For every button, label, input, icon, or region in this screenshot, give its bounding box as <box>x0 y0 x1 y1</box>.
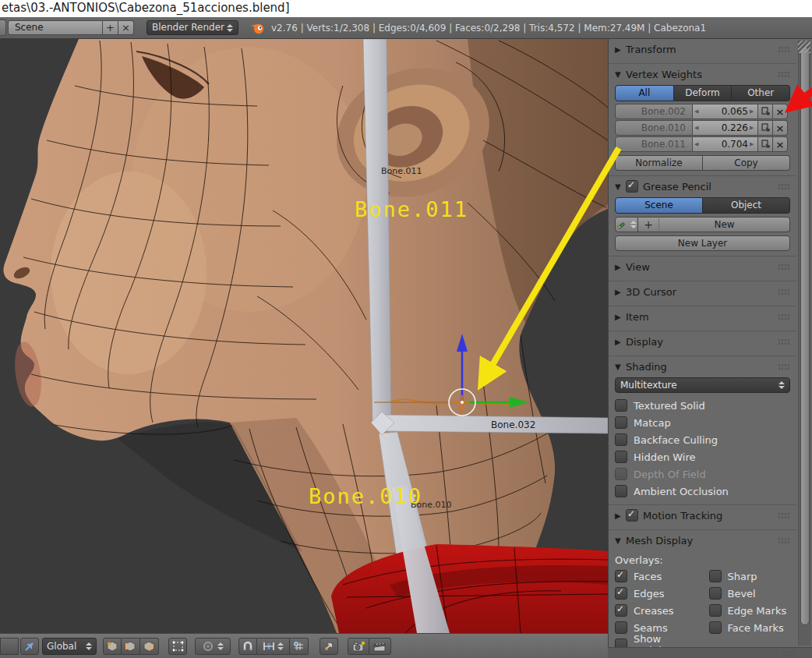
panel-vertex-weights-header[interactable]: ▼ Vertex Weights <box>609 65 796 83</box>
occlude-geometry-icon[interactable] <box>168 638 187 655</box>
snap-peel-grid-icon[interactable] <box>290 638 309 655</box>
checkbox-show-weights[interactable]: Show Weights <box>609 636 703 647</box>
face-select-icon[interactable] <box>140 638 159 655</box>
motion-tracking-checkbox[interactable] <box>626 509 638 522</box>
panel-grip-icon[interactable] <box>778 71 790 78</box>
collapse-arrow-icon[interactable]: ▶ <box>615 263 626 271</box>
panel-grip-icon[interactable] <box>778 46 790 53</box>
copy-weight-icon[interactable] <box>758 120 773 136</box>
scene-selector[interactable]: Scene + × <box>8 20 134 35</box>
manipulate-origins-icon[interactable] <box>320 638 338 655</box>
panel-motion-tracking-header[interactable]: ▶ Motion Tracking <box>609 506 796 525</box>
collapse-arrow-icon[interactable]: ▶ <box>615 288 626 296</box>
shading-mode-dropdown[interactable]: Multitexture <box>615 377 790 393</box>
copy-weight-icon[interactable] <box>758 104 773 119</box>
checkbox-creases[interactable]: Creases <box>609 602 703 619</box>
checkbox-sharp[interactable]: Sharp <box>703 568 797 585</box>
checkbox-faces[interactable]: Faces <box>609 568 703 585</box>
edge-select-icon[interactable] <box>122 638 140 655</box>
panel-grip-icon[interactable] <box>778 313 790 320</box>
collapse-arrow-icon[interactable]: ▶ <box>615 511 626 520</box>
panel-grip-icon[interactable] <box>778 512 790 519</box>
collapse-arrow-icon[interactable]: ▶ <box>615 338 626 346</box>
weight-value-slider[interactable]: ◀ 0.704 ▶ <box>693 136 758 152</box>
viewport-3d[interactable]: Bone.011 Bone.032 Bone.010 Bone.011 Bone… <box>0 39 608 633</box>
panel-item-header[interactable]: ▶ Item <box>609 307 796 326</box>
panel-shading-header[interactable]: ▼ Shading <box>609 357 796 376</box>
panel-transform-header[interactable]: ▶ Transform <box>609 40 796 58</box>
weight-value-slider[interactable]: ◀ 0.065 ▶ <box>693 104 758 119</box>
expand-arrow-icon[interactable]: ▼ <box>615 182 626 191</box>
slider-left-arrow-icon[interactable]: ◀ <box>694 141 701 147</box>
bone-name-button[interactable]: Bone.010 <box>615 120 693 136</box>
checkbox-matcap[interactable]: Matcap <box>609 414 796 431</box>
opengl-render-image-icon[interactable] <box>348 638 369 655</box>
tab-other[interactable]: Other <box>732 85 790 101</box>
render-engine-dropdown[interactable]: Blender Render <box>147 20 238 35</box>
delete-weight-button[interactable]: × <box>773 120 788 136</box>
scene-browse-icon[interactable] <box>0 19 6 36</box>
manipulator-widget-icon[interactable] <box>20 638 39 655</box>
slider-right-arrow-icon[interactable]: ▶ <box>750 125 756 131</box>
checkbox-icon[interactable] <box>615 433 627 446</box>
panel-grip-icon[interactable] <box>782 650 795 657</box>
collapse-arrow-icon[interactable]: ▶ <box>615 313 626 321</box>
panel-3d-cursor-header[interactable]: ▶ 3D Cursor <box>609 282 796 301</box>
panel-grip-icon[interactable] <box>778 288 790 295</box>
tab-object[interactable]: Object <box>703 197 790 214</box>
panel-grip-icon[interactable] <box>778 363 790 370</box>
slider-right-arrow-icon[interactable]: ▶ <box>750 141 756 147</box>
checkbox-icon[interactable] <box>615 621 627 634</box>
checkbox-icon[interactable] <box>709 621 722 634</box>
checkbox-icon[interactable] <box>615 604 627 617</box>
checkbox-face-marks[interactable]: Face Marks <box>703 619 797 636</box>
tab-deform[interactable]: Deform <box>674 85 733 101</box>
slider-left-arrow-icon[interactable]: ◀ <box>694 108 701 115</box>
delete-weight-button[interactable]: × <box>773 104 788 119</box>
editor-type-icon[interactable] <box>0 638 19 655</box>
panel-grease-pencil-header[interactable]: ▼ Grease Pencil <box>609 177 796 196</box>
checkbox-edge-marks[interactable]: Edge Marks <box>703 602 797 619</box>
panel-display-header[interactable]: ▶ Display <box>609 332 796 351</box>
checkbox-icon[interactable] <box>615 639 627 647</box>
panel-grip-icon[interactable] <box>778 183 790 190</box>
tab-scene[interactable]: Scene <box>615 197 703 214</box>
grease-pencil-new-button[interactable]: + New <box>638 217 790 232</box>
weight-value-slider[interactable]: ◀ 0.226 ▶ <box>693 120 758 136</box>
checkbox-icon[interactable] <box>709 570 722 582</box>
scrollbar-thumb[interactable] <box>800 47 810 625</box>
add-scene-button[interactable]: + <box>103 20 118 35</box>
checkbox-icon[interactable] <box>615 570 627 582</box>
checkbox-ambient-occlusion[interactable]: Ambient Occlusion <box>609 483 796 500</box>
checkbox-textured-solid[interactable]: Textured Solid <box>609 397 796 414</box>
checkbox-icon[interactable] <box>615 485 627 497</box>
checkbox-edges[interactable]: Edges <box>609 585 703 602</box>
copy-button[interactable]: Copy <box>703 155 790 171</box>
proportional-edit-dropdown[interactable] <box>195 638 231 655</box>
close-scene-button[interactable]: × <box>118 20 134 35</box>
snap-increment-dropdown[interactable] <box>257 638 290 655</box>
sidebar-scrollbar[interactable] <box>798 41 811 646</box>
collapse-arrow-icon[interactable]: ▶ <box>615 45 626 54</box>
panel-grip-icon[interactable] <box>778 338 790 345</box>
new-layer-button[interactable]: New Layer <box>615 235 790 251</box>
checkbox-bevel[interactable]: Bevel <box>703 585 797 602</box>
bone-name-button[interactable]: Bone.002 <box>615 104 693 119</box>
panel-grip-icon[interactable] <box>778 537 790 544</box>
region-resize-grip-icon[interactable] <box>798 41 810 53</box>
panel-view-header[interactable]: ▶ View <box>609 257 796 276</box>
vertex-select-icon[interactable] <box>103 638 122 655</box>
checkbox-icon[interactable] <box>615 587 627 600</box>
snap-magnet-icon[interactable] <box>238 638 257 655</box>
transform-orientation-dropdown[interactable]: Global <box>42 638 97 655</box>
scene-name-field[interactable]: Scene <box>8 20 103 35</box>
expand-arrow-icon[interactable]: ▼ <box>615 70 626 79</box>
bone-name-button[interactable]: Bone.011 <box>615 136 693 152</box>
slider-right-arrow-icon[interactable]: ▶ <box>750 108 756 115</box>
expand-arrow-icon[interactable]: ▼ <box>615 363 626 371</box>
normalize-button[interactable]: Normalize <box>615 155 703 171</box>
checkbox-icon[interactable] <box>709 604 722 617</box>
panel-grip-icon[interactable] <box>778 264 790 271</box>
opengl-render-anim-icon[interactable] <box>369 638 391 655</box>
delete-weight-button[interactable]: × <box>773 136 788 152</box>
